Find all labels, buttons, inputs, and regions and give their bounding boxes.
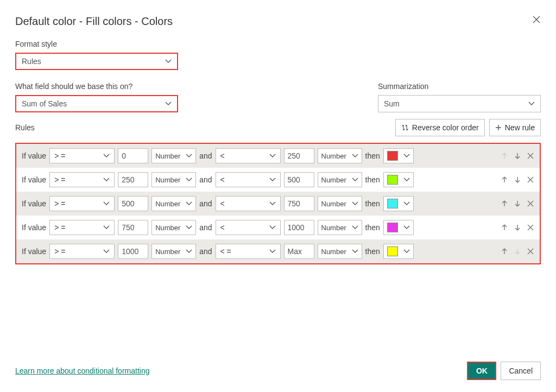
new-rule-button[interactable]: New rule — [489, 119, 541, 136]
type1-dropdown[interactable]: Number — [151, 148, 196, 163]
operator2-dropdown[interactable]: < — [216, 148, 281, 163]
operator1-value: > = — [54, 247, 65, 256]
chevron-down-icon — [269, 224, 276, 231]
delete-icon — [527, 248, 534, 255]
type2-dropdown[interactable]: Number — [318, 148, 362, 163]
chevron-down-icon — [186, 224, 192, 231]
operator2-dropdown[interactable]: < = — [216, 244, 281, 259]
move-up-button[interactable] — [501, 248, 508, 255]
move-down-button[interactable] — [514, 152, 521, 160]
color-dropdown[interactable] — [383, 148, 414, 163]
value1-input[interactable] — [118, 172, 148, 187]
type1-dropdown[interactable]: Number — [151, 244, 196, 259]
type1-dropdown[interactable]: Number — [151, 172, 196, 187]
operator1-dropdown[interactable]: > = — [49, 244, 115, 259]
type1-value: Number — [155, 248, 180, 256]
color-dropdown[interactable] — [383, 196, 414, 211]
chevron-down-icon — [186, 176, 192, 183]
value1-input[interactable] — [118, 196, 148, 211]
chevron-down-icon — [403, 224, 410, 231]
delete-rule-button[interactable] — [527, 176, 534, 184]
color-swatch — [387, 175, 398, 185]
and-label: and — [199, 247, 212, 256]
move-down-button[interactable] — [514, 176, 521, 184]
chevron-down-icon — [352, 248, 358, 255]
chevron-down-icon — [103, 153, 110, 159]
color-swatch — [387, 223, 398, 232]
new-rule-label: New rule — [505, 123, 535, 132]
value1-input[interactable] — [118, 244, 148, 259]
operator1-value: > = — [54, 151, 65, 160]
value2-input[interactable] — [284, 148, 314, 163]
move-down-button[interactable] — [514, 224, 521, 231]
move-up-button[interactable] — [501, 200, 508, 207]
then-label: then — [365, 223, 380, 232]
type1-value: Number — [155, 200, 180, 208]
arrow-down-icon — [514, 224, 521, 231]
reverse-color-order-button[interactable]: Reverse color order — [395, 119, 485, 136]
delete-rule-button[interactable] — [527, 200, 534, 207]
ok-button[interactable]: OK — [467, 362, 496, 380]
chevron-down-icon — [352, 224, 358, 231]
value1-input[interactable] — [118, 220, 148, 235]
type2-dropdown[interactable]: Number — [318, 244, 362, 259]
value2-input[interactable] — [284, 220, 314, 235]
if-value-label: If value — [22, 199, 46, 208]
type2-dropdown[interactable]: Number — [318, 196, 362, 211]
operator2-dropdown[interactable]: < — [216, 172, 281, 187]
summarization-value: Sum — [384, 99, 400, 108]
operator2-dropdown[interactable]: < — [216, 196, 281, 211]
format-style-value: Rules — [22, 57, 41, 66]
base-field-dropdown[interactable]: Sum of Sales — [15, 95, 178, 112]
delete-rule-button[interactable] — [527, 152, 534, 160]
chevron-down-icon — [403, 153, 410, 159]
move-down-button[interactable] — [514, 200, 521, 207]
operator1-value: > = — [54, 199, 65, 208]
move-down-button — [514, 248, 521, 255]
type1-dropdown[interactable]: Number — [151, 196, 196, 211]
operator2-value: < = — [220, 247, 231, 256]
chevron-down-icon — [103, 224, 110, 231]
delete-rule-button[interactable] — [527, 224, 534, 231]
chevron-down-icon — [352, 200, 358, 207]
operator2-value: < — [220, 223, 225, 232]
cancel-button[interactable]: Cancel — [501, 362, 541, 380]
color-dropdown[interactable] — [383, 172, 414, 187]
type2-dropdown[interactable]: Number — [318, 220, 362, 235]
chevron-down-icon — [186, 153, 192, 159]
value2-input[interactable] — [284, 196, 314, 211]
value1-input[interactable] — [118, 148, 148, 163]
type2-dropdown[interactable]: Number — [318, 172, 362, 187]
if-value-label: If value — [22, 223, 46, 232]
operator1-dropdown[interactable]: > = — [49, 148, 115, 163]
color-dropdown[interactable] — [383, 220, 414, 235]
arrow-up-icon — [501, 152, 508, 160]
chevron-down-icon — [403, 176, 410, 183]
chevron-down-icon — [165, 100, 172, 107]
value2-input[interactable] — [284, 244, 314, 259]
operator1-dropdown[interactable]: > = — [49, 196, 115, 211]
chevron-down-icon — [269, 153, 276, 159]
format-style-label: Format style — [15, 40, 541, 48]
operator1-dropdown[interactable]: > = — [49, 172, 115, 187]
chevron-down-icon — [269, 200, 276, 207]
operator2-dropdown[interactable]: < — [216, 220, 281, 235]
operator1-dropdown[interactable]: > = — [49, 220, 115, 235]
delete-rule-button[interactable] — [527, 248, 534, 255]
move-up-button[interactable] — [501, 224, 508, 231]
and-label: and — [199, 199, 212, 208]
summarization-dropdown[interactable]: Sum — [378, 95, 541, 112]
summarization-label: Summarization — [378, 82, 541, 91]
if-value-label: If value — [22, 175, 46, 184]
type1-dropdown[interactable]: Number — [151, 220, 196, 235]
operator2-value: < — [220, 199, 225, 208]
base-field-value: Sum of Sales — [22, 99, 67, 108]
color-dropdown[interactable] — [383, 244, 414, 259]
value2-input[interactable] — [284, 172, 314, 187]
move-up-button[interactable] — [501, 176, 508, 184]
close-button[interactable] — [532, 15, 541, 24]
learn-more-link[interactable]: Learn more about conditional formatting — [15, 366, 149, 375]
format-style-dropdown[interactable]: Rules — [15, 53, 178, 70]
reverse-label: Reverse color order — [412, 123, 479, 132]
delete-icon — [527, 176, 534, 184]
